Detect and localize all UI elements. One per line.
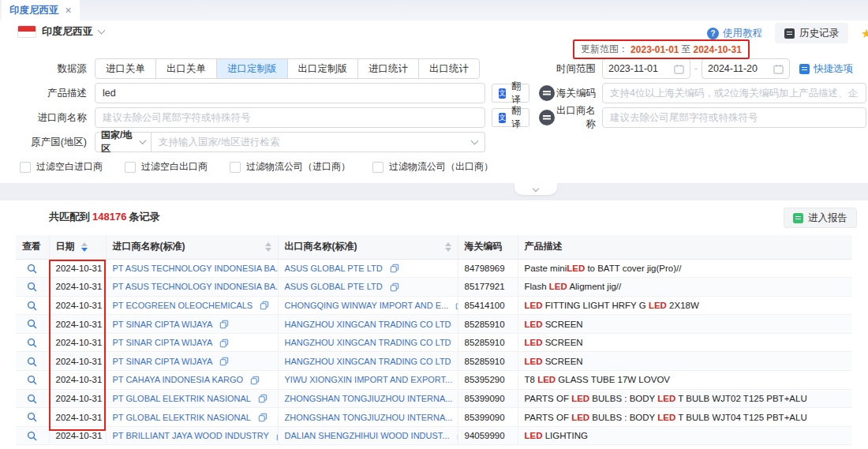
importer-link[interactable]: PT ASUS TECHNOLOGY INDONESIA BA... — [113, 282, 279, 291]
exporter-cell: HANGZHOU XINGCAN TRADING CO LTD — [278, 333, 458, 352]
filter-checkbox-3[interactable]: 过滤物流公司（出口商） — [372, 160, 493, 174]
filter-checkbox-1[interactable]: 过滤空白出口商 — [125, 160, 208, 174]
importer-link[interactable]: PT SINAR CIPTA WIJAYA — [113, 357, 213, 366]
origin-input[interactable] — [152, 132, 485, 152]
product-desc-label: 产品描述 — [0, 87, 95, 100]
magnifier-icon[interactable] — [27, 356, 37, 365]
data-source-option-1[interactable]: 出口关单 — [155, 58, 217, 79]
time-range-label: 时间范围 — [548, 62, 602, 76]
checkbox-icon[interactable] — [20, 162, 31, 173]
exporter-link[interactable]: DALIAN SHENGZHIHUI WOOD INDUST... — [285, 431, 450, 440]
data-source-option-0[interactable]: 进口关单 — [95, 58, 156, 79]
importer-link[interactable]: PT SINAR CIPTA WIJAYA — [113, 338, 213, 347]
importer-link[interactable]: PT CAHAYA INDONESIA KARGO — [113, 375, 244, 384]
magnifier-icon[interactable] — [27, 263, 37, 272]
sort-icon-importer[interactable] — [265, 242, 271, 252]
checkbox-icon[interactable] — [125, 162, 136, 173]
exporter-link[interactable]: ASUS GLOBAL PTE LTD — [285, 282, 383, 291]
product-cell: LED SCREEN — [518, 352, 852, 371]
exporter-link[interactable]: ASUS GLOBAL PTE LTD — [285, 264, 383, 273]
view-cell — [16, 259, 49, 278]
search-mode-icon[interactable] — [539, 110, 555, 125]
filter-checkbox-0[interactable]: 过滤空白进口商 — [20, 160, 103, 174]
magnifier-icon[interactable] — [27, 375, 37, 384]
enter-report-button[interactable]: 进入报告 — [784, 208, 857, 228]
end-date-input[interactable]: 2024-11-20 — [702, 58, 790, 79]
copy-icon[interactable] — [219, 338, 229, 348]
tutorial-link[interactable]: ? 使用教程 — [707, 27, 762, 40]
close-icon[interactable]: × — [65, 5, 72, 16]
start-date-value: 2023-11-01 — [608, 63, 671, 74]
tab-indonesia[interactable]: 印度尼西亚 × — [2, 0, 80, 21]
exporter-input[interactable] — [602, 107, 866, 128]
magnifier-icon[interactable] — [27, 412, 37, 421]
header-date[interactable]: 日期 — [49, 235, 106, 259]
magnifier-icon[interactable] — [27, 337, 37, 346]
magnifier-icon[interactable] — [27, 282, 37, 291]
header-importer[interactable]: 进口商名称(标准) — [106, 235, 278, 259]
exporter-link[interactable]: YIWU XIONGXIN IMPORT AND EXPORT... — [285, 375, 453, 384]
hs-code-input[interactable] — [602, 83, 866, 103]
exporter-cell: ASUS GLOBAL PTE LTD — [278, 278, 458, 297]
magnifier-icon[interactable] — [27, 393, 37, 402]
hs-code-cell: 94059990 — [458, 426, 518, 445]
magnifier-icon[interactable] — [27, 430, 37, 440]
search-mode-icon[interactable] — [539, 85, 555, 101]
star-icon[interactable]: ★ — [861, 26, 868, 41]
country-selector[interactable]: 印度尼西亚 — [17, 24, 104, 39]
translate-icon: 文 — [499, 88, 506, 99]
data-source-option-5[interactable]: 出口统计 — [418, 58, 480, 79]
importer-cell: PT BRILLIANT JAYA WOOD INDUSTRY — [106, 426, 278, 445]
importer-link[interactable]: PT BRILLIANT JAYA WOOD INDUSTRY — [113, 431, 269, 440]
importer-link[interactable]: PT ASUS TECHNOLOGY INDONESIA BA... — [113, 264, 279, 273]
history-icon — [784, 28, 795, 39]
exporter-link[interactable]: CHONGQING WINWAY IMPORT AND E... — [285, 301, 449, 310]
copy-icon[interactable] — [219, 319, 229, 329]
data-source-option-4[interactable]: 进口统计 — [357, 58, 419, 79]
start-date-input[interactable]: 2023-11-01 — [602, 58, 690, 79]
magnifier-icon[interactable] — [27, 300, 37, 309]
update-range-end: 2024-10-31 — [694, 44, 742, 55]
exporter-link[interactable]: HANGZHOU XINGCAN TRADING CO LTD — [285, 320, 451, 329]
header-hs-code: 海关编码 — [458, 235, 518, 259]
importer-link[interactable]: PT GLOBAL ELEKTRIK NASIONAL — [113, 394, 251, 403]
copy-icon[interactable] — [258, 393, 268, 403]
checkbox-icon[interactable] — [372, 162, 383, 173]
exporter-link[interactable]: HANGZHOU XINGCAN TRADING CO LTD — [285, 357, 451, 366]
exporter-link[interactable]: ZHONGSHAN TONGJIUZHOU INTERNA... — [285, 394, 453, 403]
product-cell: T8 LED GLASS TUBE 17W LOVOV — [518, 371, 852, 390]
filter-checkbox-2[interactable]: 过滤物流公司（进口商） — [230, 160, 350, 174]
copy-icon[interactable] — [258, 412, 268, 422]
checkbox-icon[interactable] — [230, 162, 241, 173]
product-desc-input[interactable] — [95, 83, 485, 103]
hs-code-cell: 85285910 — [458, 315, 518, 334]
origin-type-select[interactable]: 国家/地区 — [95, 132, 152, 152]
header-exporter[interactable]: 出口商名称(标准) — [278, 235, 458, 259]
collapse-panel-button[interactable] — [514, 183, 557, 195]
copy-icon[interactable] — [219, 356, 229, 366]
product-cell: Paste miniLED to BATT cover jig(Pro)// — [518, 259, 852, 278]
translate-button[interactable]: 文 翻译 — [492, 84, 529, 103]
hs-code-cell: 85285910 — [458, 333, 518, 352]
exporter-cell: CHONGQING WINWAY IMPORT AND E... — [278, 296, 458, 315]
view-cell — [16, 352, 49, 371]
importer-link[interactable]: PT ECOGREEN OLEOCHEMICALS — [113, 301, 253, 310]
history-button[interactable]: 历史记录 — [775, 23, 848, 43]
importer-input[interactable] — [95, 107, 485, 128]
translate-button[interactable]: 文 翻译 — [492, 108, 529, 127]
quick-options-button[interactable]: 快捷选项 — [799, 62, 853, 76]
importer-link[interactable]: PT GLOBAL ELEKTRIK NASIONAL — [113, 413, 251, 422]
tutorial-label: 使用教程 — [723, 27, 762, 40]
copy-icon[interactable] — [250, 375, 260, 385]
copy-icon[interactable] — [260, 301, 269, 311]
copy-icon[interactable] — [390, 282, 399, 292]
data-source-option-3[interactable]: 出口定制版 — [287, 58, 359, 79]
importer-link[interactable]: PT SINAR CIPTA WIJAYA — [113, 320, 213, 329]
copy-icon[interactable] — [390, 263, 399, 273]
exporter-link[interactable]: HANGZHOU XINGCAN TRADING CO LTD — [285, 338, 451, 347]
sort-icon-date[interactable] — [81, 242, 88, 252]
magnifier-icon[interactable] — [27, 319, 37, 328]
exporter-link[interactable]: ZHONGSHAN TONGJIUZHOU INTERNA... — [285, 413, 453, 422]
data-source-option-2[interactable]: 进口定制版 — [216, 58, 288, 79]
sort-icon-exporter[interactable] — [445, 242, 451, 252]
